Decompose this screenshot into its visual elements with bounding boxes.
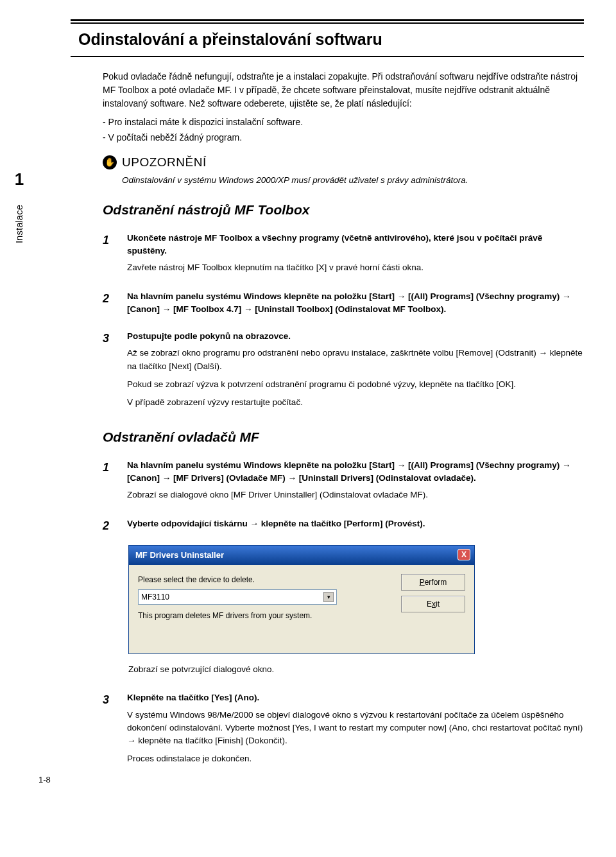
step-para: V případě zobrazení výzvy restartujte po… [127,396,584,409]
step: 2 Vyberte odpovídající tiskárnu → klepně… [103,517,584,535]
chevron-down-icon[interactable]: ▾ [323,592,334,602]
dialog-note: This program deletes MF drivers from you… [138,610,392,621]
dialog-prompt: Please select the device to delete. [138,574,392,585]
chapter-number: 1 [0,167,38,192]
step-number: 3 [103,330,116,414]
step-number: 3 [103,691,116,770]
step-para: Pokud se zobrazí výzva k potvrzení odstr… [127,378,584,391]
step-number: 2 [103,290,116,320]
step-para: Zobrazí se dialogové okno [MF Driver Uni… [127,489,584,501]
chapter-label: Instalace [12,205,27,243]
step-bold: Na hlavním panelu systému Windows klepně… [127,290,584,316]
prereq-list: Pro instalaci máte k dispozici instalačn… [103,116,584,144]
selected-device: MF3110 [141,591,169,603]
step: 1 Ukončete nástroje MF Toolbox a všechny… [103,232,584,280]
intro-text: Pokud ovladače řádně nefungují, odstraňt… [103,70,584,110]
warning-text: Odinstalování v systému Windows 2000/XP … [122,174,584,187]
warning-row: ✋ UPOZORNĚNÍ [103,153,584,172]
section-heading-toolbox: Odstranění nástrojů MF Toolbox [103,200,584,220]
list-item: Pro instalaci máte k dispozici instalačn… [103,116,584,129]
step-number: 1 [103,232,116,280]
page-title: Odinstalování a přeinstalování softwaru [78,28,576,52]
step-bold: Na hlavním panelu systému Windows klepně… [127,459,584,485]
list-item: V počítači neběží žádný program. [103,131,584,144]
step: 3 Klepněte na tlačítko [Yes] (Ano). V sy… [103,691,584,770]
step-bold: Postupujte podle pokynů na obrazovce. [127,330,584,343]
exit-button[interactable]: Exit [401,596,465,612]
step-para: Zavřete nástroj MF Toolbox klepnutím na … [127,261,584,274]
step-bold: Vyberte odpovídající tiskárnu → klepněte… [127,517,584,530]
step-para: Až se zobrazí okno programu pro odstraně… [127,347,584,373]
step-para: Proces odinstalace je dokončen. [127,752,584,765]
chapter-marker: 1 Instalace [0,167,38,247]
step-para: V systému Windows 98/Me/2000 se objeví d… [127,709,584,748]
close-icon[interactable]: X [458,549,470,560]
page-number: 1-8 [38,774,51,786]
warning-label: UPOZORNĚNÍ [122,153,207,172]
section-heading-drivers: Odstranění ovladačů MF [103,427,584,447]
device-select[interactable]: MF3110 ▾ [138,589,337,605]
step: 3 Postupujte podle pokynů na obrazovce. … [103,330,584,414]
step: Zobrazí se potvrzující dialogové okno. [128,663,584,681]
hand-stop-icon: ✋ [103,155,117,169]
page-title-box: Odinstalování a přeinstalování softwaru [71,22,584,57]
after-dialog-text: Zobrazí se potvrzující dialogové okno. [128,663,584,676]
step-bold: Klepněte na tlačítko [Yes] (Ano). [127,691,584,704]
step-number: 2 [103,517,116,535]
step: 1 Na hlavním panelu systému Windows klep… [103,459,584,507]
step-number: 1 [103,459,116,507]
dialog-title: MF Drivers Uninstaller [135,549,224,562]
uninstaller-dialog: MF Drivers Uninstaller X Please select t… [128,545,475,655]
step: 2 Na hlavním panelu systému Windows klep… [103,290,584,320]
step-bold: Ukončete nástroje MF Toolbox a všechny p… [127,232,584,258]
perform-button[interactable]: Perform [401,574,465,591]
dialog-titlebar: MF Drivers Uninstaller X [129,546,474,566]
